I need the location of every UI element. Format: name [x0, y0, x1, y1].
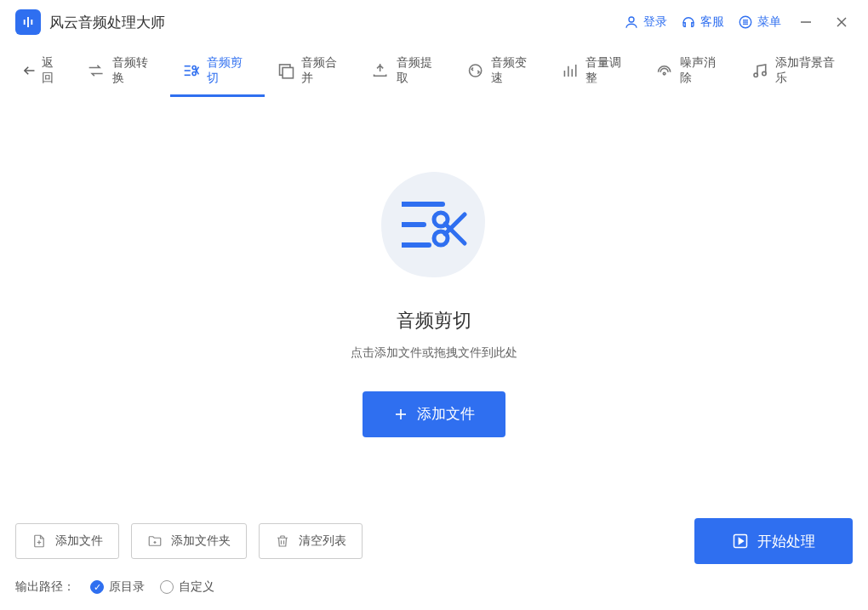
- svg-rect-1: [27, 17, 29, 27]
- service-label: 客服: [700, 14, 724, 30]
- login-link[interactable]: 登录: [624, 14, 667, 30]
- clear-list-button[interactable]: 清空列表: [259, 523, 363, 559]
- add-file-label: 添加文件: [55, 533, 103, 549]
- noise-icon: [655, 61, 673, 80]
- login-label: 登录: [643, 14, 667, 30]
- tab-label: 音量调整: [585, 55, 631, 86]
- add-folder-button[interactable]: 添加文件夹: [131, 523, 247, 559]
- tab-label: 音频提取: [397, 55, 443, 86]
- tab-label: 音频剪切: [207, 55, 253, 86]
- close-icon: [836, 16, 848, 28]
- back-label: 返回: [42, 55, 65, 86]
- minimize-icon: [800, 16, 812, 28]
- cut-lines-icon: [402, 199, 468, 252]
- radio-custom-label: 自定义: [179, 579, 214, 595]
- main-title: 音频剪切: [397, 308, 471, 334]
- tab-volume-adjust[interactable]: 音量调整: [549, 44, 643, 97]
- svg-point-26: [664, 72, 666, 75]
- tab-label: 音频变速: [491, 55, 537, 86]
- tab-audio-extract[interactable]: 音频提取: [359, 44, 454, 97]
- svg-rect-20: [283, 67, 293, 77]
- play-icon: [732, 533, 749, 550]
- svg-point-3: [629, 17, 634, 22]
- svg-rect-0: [24, 20, 26, 25]
- clear-list-label: 清空列表: [299, 533, 346, 549]
- extract-icon: [371, 61, 389, 80]
- drop-zone[interactable]: 音频剪切 点击添加文件或拖拽文件到此处 添加文件: [0, 97, 868, 505]
- tab-audio-merge[interactable]: 音频合并: [265, 44, 359, 97]
- output-path-label: 输出路径：: [15, 579, 75, 595]
- file-plus-icon: [31, 533, 47, 549]
- user-icon: [624, 14, 639, 30]
- radio-custom-dir[interactable]: 自定义: [160, 579, 214, 595]
- svg-point-28: [762, 71, 765, 75]
- folder-plus-icon: [147, 533, 163, 549]
- scissors-icon: [182, 61, 200, 80]
- main-subtitle: 点击添加文件或拖拽文件到此处: [351, 345, 517, 361]
- convert-icon: [87, 61, 105, 80]
- add-file-main-button[interactable]: 添加文件: [363, 391, 505, 437]
- arrow-left-icon: [22, 63, 37, 78]
- tab-audio-speed[interactable]: 音频变速: [454, 44, 549, 97]
- tab-label: 添加背景音乐: [775, 55, 844, 86]
- trash-icon: [275, 533, 290, 549]
- add-folder-label: 添加文件夹: [171, 533, 231, 549]
- headset-icon: [681, 14, 696, 30]
- svg-marker-45: [739, 539, 743, 544]
- menu-link[interactable]: 菜单: [738, 14, 781, 30]
- service-link[interactable]: 客服: [681, 14, 724, 30]
- app-title: 风云音频处理大师: [49, 13, 165, 32]
- tab-add-bgm[interactable]: 添加背景音乐: [739, 44, 856, 97]
- merge-icon: [277, 61, 294, 80]
- radio-unchecked-icon: [160, 580, 174, 594]
- tab-label: 噪声消除: [680, 55, 726, 86]
- menu-icon: [738, 14, 753, 30]
- tab-label: 音频合并: [301, 55, 347, 86]
- svg-point-27: [754, 73, 757, 77]
- tab-label: 音频转换: [112, 55, 158, 86]
- svg-rect-2: [31, 20, 32, 25]
- music-icon: [751, 61, 768, 80]
- speed-icon: [466, 61, 484, 80]
- back-button[interactable]: 返回: [12, 44, 75, 97]
- tab-audio-cut[interactable]: 音频剪切: [170, 44, 265, 97]
- radio-original-label: 原目录: [109, 579, 145, 595]
- add-file-button[interactable]: 添加文件: [15, 523, 119, 559]
- tab-noise-remove[interactable]: 噪声消除: [643, 44, 738, 97]
- app-logo: [15, 9, 41, 35]
- illustration: [374, 165, 494, 284]
- menu-label: 菜单: [757, 14, 781, 30]
- radio-checked-icon: [90, 580, 104, 594]
- equalizer-icon: [561, 61, 579, 80]
- start-process-button[interactable]: 开始处理: [694, 518, 853, 564]
- add-file-main-label: 添加文件: [417, 404, 475, 424]
- close-button[interactable]: [831, 11, 853, 33]
- plus-icon: [393, 407, 408, 422]
- radio-original-dir[interactable]: 原目录: [90, 579, 145, 595]
- svg-point-21: [469, 64, 481, 76]
- tab-audio-convert[interactable]: 音频转换: [75, 44, 169, 97]
- start-process-label: 开始处理: [757, 532, 815, 551]
- minimize-button[interactable]: [795, 11, 817, 33]
